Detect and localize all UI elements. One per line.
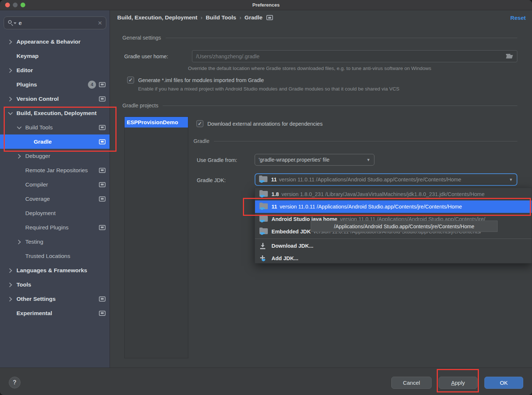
chevron-right-icon[interactable] [7,267,13,273]
reset-link[interactable]: Reset [510,15,526,21]
sidebar-item-label: Languages & Frameworks [16,267,87,274]
close-button[interactable] [5,3,10,7]
dialog-footer: ? Cancel Apply OK [0,368,532,395]
browse-folder-icon[interactable] [506,54,513,59]
annotations-checkbox-row: ✓ Download external annotations for depe… [196,120,322,127]
sidebar-item-label: Appearance & Behavior [16,38,81,45]
sidebar-item-label: Tools [16,281,31,288]
sidebar-item-editor[interactable]: Editor [0,63,110,77]
screen-icon [99,311,106,316]
chevron-right-icon[interactable] [16,239,22,245]
ok-button[interactable]: OK [484,377,523,389]
apply-button[interactable]: Apply [439,377,477,389]
zoom-button[interactable] [21,3,25,7]
sidebar-item-label: Compiler [25,181,48,188]
sidebar-item-gradle[interactable]: Gradle [0,134,110,149]
use-gradle-from-label: Use Gradle from: [197,157,237,163]
chevron-right-icon[interactable] [7,39,13,45]
cancel-button[interactable]: Cancel [391,377,432,389]
screen-icon [99,82,106,87]
help-button[interactable]: ? [9,377,21,388]
chevron-down-icon[interactable] [7,110,13,116]
iml-hint: Enable if you have a mixed project with … [138,86,399,92]
chevron-spacer [16,253,22,259]
jdk-icon [259,176,268,184]
sidebar-item-coverage[interactable]: Coverage [0,192,110,206]
sidebar-item-keymap[interactable]: Keymap [0,49,110,63]
annotations-checkbox[interactable]: ✓ [196,120,203,127]
download-icon [259,243,269,249]
sidebar-item-label: Gradle [34,139,52,145]
breadcrumb-item[interactable]: Build, Execution, Deployment [117,14,197,21]
screen-icon [99,139,106,144]
sidebar-item-label: Debugger [25,153,50,159]
gradle-section-header: Gradle [193,138,517,144]
project-item-espprovisiondemo[interactable]: ESPProvisionDemo [125,117,188,128]
titlebar: Preferences [0,0,532,10]
minimize-button[interactable] [13,3,18,7]
sidebar-item-experimental[interactable]: Experimental [0,306,110,320]
screen-icon [99,125,106,130]
sidebar-item-label: Remote Jar Repositories [25,167,88,174]
chevron-right-icon[interactable] [7,96,13,102]
gradle-user-home-input[interactable]: /Users/zhangzheng/.gradle [192,50,517,62]
jdk-icon [259,191,269,198]
search-input[interactable]: e ✕ [4,16,106,29]
gradle-jdk-select[interactable]: 11 version 11.0.11 /Applications/Android… [255,173,517,186]
sidebar-item-testing[interactable]: Testing [0,235,110,249]
jdk-option-add-jdk[interactable]: Add JDK... [255,252,532,263]
jdk-option-name: Embedded JDK [271,229,311,235]
jdk-icon [259,228,269,236]
jdk-option-name: Download JDK... [271,243,313,249]
jdk-selected-detail: version 11.0.11 /Applications/Android St… [279,177,461,182]
sidebar-item-debugger[interactable]: Debugger [0,149,110,163]
sidebar-item-appearance-behavior[interactable]: Appearance & Behavior [0,34,110,49]
jdk-icon [259,203,269,211]
add-icon [259,255,269,262]
breadcrumb-item[interactable]: Gradle [244,14,262,21]
screen-icon [99,296,106,302]
iml-checkbox[interactable]: ✓ [127,77,134,84]
chevron-right-icon[interactable] [7,282,13,288]
chevron-spacer [7,310,13,316]
breadcrumb-separator: › [240,15,241,21]
chevron-right-icon[interactable] [7,67,13,73]
clear-search-icon[interactable]: ✕ [97,20,102,26]
jdk-option-name: 11 [271,204,277,210]
jdk-option-11[interactable]: 11version 11.0.11 /Applications/Android … [255,200,532,213]
ok-label: OK [500,380,508,386]
sidebar-item-tools[interactable]: Tools [0,277,110,292]
project-item-label: ESPProvisionDemo [127,119,178,125]
chevron-spacer [7,82,13,88]
jdk-option-1-8[interactable]: 1.8version 1.8.0_231 /Library/Java/JavaV… [255,188,532,200]
chevron-spacer [16,182,22,188]
sidebar-item-version-control[interactable]: Version Control [0,92,110,106]
gradle-user-home-value: /Users/zhangzheng/.gradle [196,53,506,59]
chevron-right-icon[interactable] [7,296,13,302]
apply-label: Apply [451,380,465,386]
sidebar-item-label: Trusted Locations [25,253,70,259]
sidebar-item-languages-frameworks[interactable]: Languages & Frameworks [0,263,110,277]
sidebar-item-deployment[interactable]: Deployment [0,206,110,220]
sidebar-item-required-plugins[interactable]: Required Plugins [0,220,110,235]
sidebar-item-plugins[interactable]: Plugins4 [0,77,110,92]
chevron-down-icon[interactable] [16,125,22,130]
sidebar-item-label: Keymap [16,53,38,59]
jdk-option-name: 1.8 [271,191,279,197]
sidebar-item-build-execution-deployment[interactable]: Build, Execution, Deployment [0,106,110,120]
breadcrumb-item[interactable]: Build Tools [206,14,236,21]
sidebar-item-remote-jar-repositories[interactable]: Remote Jar Repositories [0,163,110,177]
jdk-option-download-jdk[interactable]: Download JDK... [255,240,532,252]
sidebar-item-label: Coverage [25,196,50,202]
jdk-option-name: Add JDK... [271,255,298,261]
breadcrumb-separator: › [201,15,203,21]
use-gradle-from-select[interactable]: 'gradle-wrapper.properties' file ▼ [255,154,374,166]
chevron-right-icon[interactable] [16,153,22,159]
annotations-checkbox-label: Download external annotations for depend… [207,121,322,127]
sidebar-item-label: Other Settings [16,296,56,302]
screen-icon [99,225,106,230]
sidebar-item-other-settings[interactable]: Other Settings [0,292,110,306]
sidebar-item-compiler[interactable]: Compiler [0,177,110,192]
sidebar-item-build-tools[interactable]: Build Tools [0,120,110,134]
sidebar-item-trusted-locations[interactable]: Trusted Locations [0,249,110,263]
